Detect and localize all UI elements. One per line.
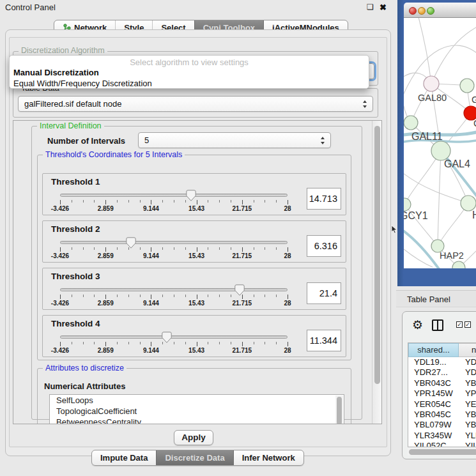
network-view-canvas[interactable]: GAL80GCGAL11GAL4GCY1HHAP2: [404, 18, 476, 268]
table-row[interactable]: YLR345WYLR3: [408, 431, 476, 441]
table-cell[interactable]: YPR145W: [408, 388, 459, 399]
table-row[interactable]: YDR27...YDR2: [408, 367, 476, 378]
network-node[interactable]: [461, 196, 476, 211]
float-window-icon[interactable]: ❏: [365, 2, 376, 13]
main-vertical-scrollbar[interactable]: [372, 121, 381, 424]
table-cell[interactable]: YLR345W: [408, 431, 459, 441]
cytoscape-app: Control Panel ❏ ✖ Network Style Select C…: [0, 0, 476, 476]
threshold-slider[interactable]: [60, 335, 288, 339]
table-cell[interactable]: YPR1: [459, 388, 476, 399]
column-header-name[interactable]: n: [459, 343, 476, 357]
threshold-slider[interactable]: [60, 288, 288, 291]
popup-item[interactable]: Equal Width/Frequency Discretization: [10, 78, 369, 89]
table-data-combo[interactable]: galFiltered.sif default node: [18, 96, 373, 112]
table-cell[interactable]: YBR045C: [408, 410, 459, 420]
threshold-slider[interactable]: [60, 194, 288, 197]
table-row[interactable]: YDL19...YDL1: [408, 357, 476, 367]
scrollbar-thumb[interactable]: [337, 397, 342, 424]
threshold-value-input[interactable]: [307, 330, 341, 351]
close-traffic-light[interactable]: [409, 7, 417, 15]
table-data-combo-value: galFiltered.sif default node: [24, 99, 121, 109]
combo-arrows-icon: [321, 137, 325, 144]
table-cell[interactable]: YER0: [459, 399, 476, 410]
network-node[interactable]: [404, 198, 411, 211]
table-cell[interactable]: YDL19...: [408, 357, 459, 367]
tick-mark: [105, 200, 106, 204]
table-cell[interactable]: YBR0: [459, 378, 476, 388]
tick-mark: [185, 295, 186, 297]
table-cell[interactable]: YDR2: [459, 367, 476, 378]
network-node[interactable]: [460, 79, 474, 93]
numerical-attributes-list[interactable]: SelfLoopsTopologicalCoefficientBetweenne…: [49, 394, 344, 424]
tick-label: 15.43: [188, 205, 204, 212]
gear-icon[interactable]: ⚙: [412, 318, 423, 333]
table-row[interactable]: YBL079WYBL0: [408, 420, 476, 430]
number-of-intervals-combo[interactable]: 5: [138, 132, 331, 148]
threshold-value-input[interactable]: [307, 282, 341, 304]
table-row[interactable]: YER054CYER0: [408, 399, 476, 410]
table-cell[interactable]: YLR3: [459, 431, 476, 441]
tab-infer-network[interactable]: Infer Network: [233, 450, 303, 465]
network-window-titlebar: [404, 3, 476, 18]
table-cell[interactable]: YIL052C: [408, 441, 459, 447]
columns-icon[interactable]: [432, 319, 443, 331]
tab-discretize-data[interactable]: Discretize Data: [156, 450, 233, 465]
slider-thumb[interactable]: [162, 332, 172, 343]
slider-thumb[interactable]: [234, 284, 245, 296]
checkbox-icon[interactable]: ✓: [464, 321, 471, 328]
threshold-value-input[interactable]: [307, 235, 341, 257]
network-node[interactable]: [424, 76, 439, 91]
control-panel-title: Control Panel: [5, 3, 56, 12]
zoom-traffic-light[interactable]: [427, 7, 434, 15]
mouse-cursor: [391, 225, 398, 234]
attribute-list-item[interactable]: SelfLoops: [50, 395, 344, 406]
tick-mark: [105, 342, 106, 346]
attribute-list-item[interactable]: TopologicalCoefficient: [50, 406, 344, 417]
table-cell[interactable]: YER054C: [408, 399, 459, 410]
minimize-traffic-light[interactable]: [418, 7, 426, 15]
tick-mark: [288, 247, 288, 252]
table-cell[interactable]: YDL1: [459, 357, 476, 367]
apply-button[interactable]: Apply: [174, 430, 213, 445]
table-row[interactable]: YPR145WYPR1: [408, 388, 476, 399]
popup-item[interactable]: Manual Discretization: [10, 67, 369, 78]
scrollbar-thumb[interactable]: [374, 126, 380, 384]
table-cell[interactable]: YBR043C: [408, 378, 459, 388]
table-cell[interactable]: YBL0: [459, 420, 476, 430]
table-row[interactable]: YIL052CYIL0: [408, 441, 476, 447]
network-node[interactable]: [404, 116, 418, 130]
tick-mark: [276, 200, 277, 203]
threshold-value-input[interactable]: [307, 188, 341, 210]
threshold-label: Threshold 4: [51, 319, 100, 328]
table-cell[interactable]: YIL0: [459, 441, 476, 447]
table-row[interactable]: YBR045CYBR0: [408, 410, 476, 420]
scrollbar-thumb[interactable]: [409, 449, 476, 455]
tick-mark: [128, 342, 129, 344]
threshold-slider[interactable]: [60, 241, 288, 244]
node-attribute-table[interactable]: shared... n YDL19...YDL1YDR27...YDR2YBR0…: [408, 342, 476, 447]
attribute-list-item[interactable]: BetweennessCentrality: [50, 417, 344, 424]
slider-ticks: [60, 295, 288, 300]
tick-mark: [265, 342, 265, 344]
network-node[interactable]: [452, 261, 465, 268]
table-cell[interactable]: YBR0: [459, 410, 476, 420]
slider-thumb[interactable]: [186, 190, 196, 201]
tick-mark: [231, 200, 231, 203]
tab-impute-data[interactable]: Impute Data: [92, 450, 156, 465]
attributes-scrollbar[interactable]: [335, 395, 343, 424]
table-row[interactable]: YBR043CYBR0: [408, 378, 476, 388]
table-cell[interactable]: YDR27...: [408, 367, 459, 378]
close-panel-icon[interactable]: ✖: [378, 2, 388, 13]
checkbox-icon[interactable]: ✓: [456, 321, 463, 328]
slider-thumb[interactable]: [126, 237, 136, 249]
column-header-shared-name[interactable]: shared...: [408, 343, 459, 357]
tick-label: 15.43: [188, 347, 204, 354]
tick-mark: [140, 295, 141, 297]
tick-mark: [72, 295, 72, 297]
table-horizontal-scrollbar[interactable]: [408, 448, 476, 456]
thresholds-group: Threshold's Coordinates for 5 Intervals …: [37, 155, 351, 360]
tick-mark: [276, 342, 277, 344]
network-node[interactable]: [431, 141, 450, 160]
slider-tick-labels: -3.4262.8599.14415.4321.71528: [60, 300, 288, 307]
table-cell[interactable]: YBL079W: [408, 420, 459, 430]
